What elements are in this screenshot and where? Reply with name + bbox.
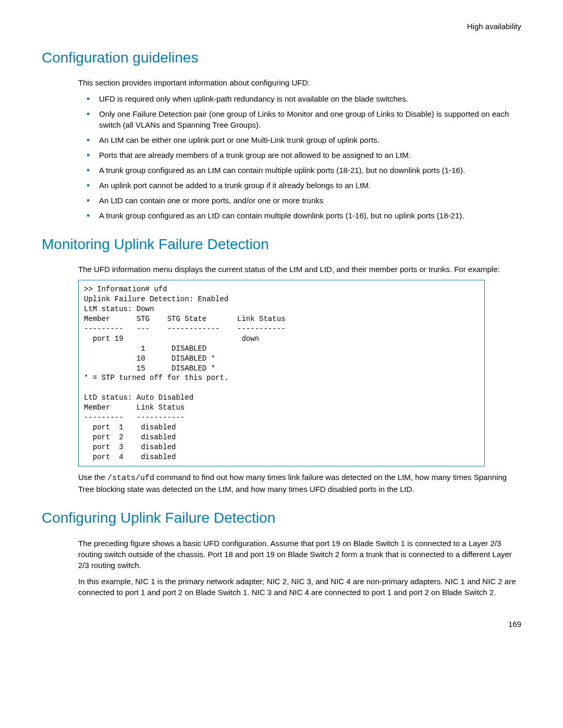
bullet-item: A trunk group configured as an LtM can c… — [99, 165, 521, 176]
heading-config-guidelines: Configuration guidelines — [42, 47, 521, 68]
heading-configuring-ufd: Configuring Uplink Failure Detection — [42, 508, 521, 528]
bullet-item: A trunk group configured as an LtD can c… — [99, 210, 521, 221]
bullet-item: Only one Failure Detection pair (one gro… — [99, 108, 521, 130]
configuring-p2: In this example, NIC 1 is the primary ne… — [78, 576, 521, 598]
ufd-code-block: >> Information# ufd Uplink Failure Detec… — [78, 280, 485, 466]
heading-monitoring-ufd: Monitoring Uplink Failure Detection — [42, 234, 521, 254]
chapter-header: High availability — [42, 21, 521, 32]
monitoring-post-code: Use the /stats/ufd command to find out h… — [78, 472, 521, 495]
bullet-item: Ports that are already members of a trun… — [99, 150, 521, 161]
monitoring-intro: The UFD information menu displays the cu… — [78, 264, 521, 275]
configuring-p1: The preceding figure shows a basic UFD c… — [78, 538, 521, 571]
bullet-item: UFD is required only when uplink-path re… — [99, 93, 521, 104]
bullet-item: An uplink port cannot be added to a trun… — [99, 180, 521, 191]
post-code-prefix: Use the — [78, 473, 107, 482]
page-number: 169 — [42, 619, 521, 630]
inline-command: /stats/ufd — [107, 474, 154, 483]
config-intro: This section provides important informat… — [78, 77, 521, 88]
bullet-item: An LtD can contain one or more ports, an… — [99, 195, 521, 206]
bullet-item: An LtM can be either one uplink port or … — [99, 134, 521, 145]
config-bullets: UFD is required only when uplink-path re… — [78, 93, 521, 221]
